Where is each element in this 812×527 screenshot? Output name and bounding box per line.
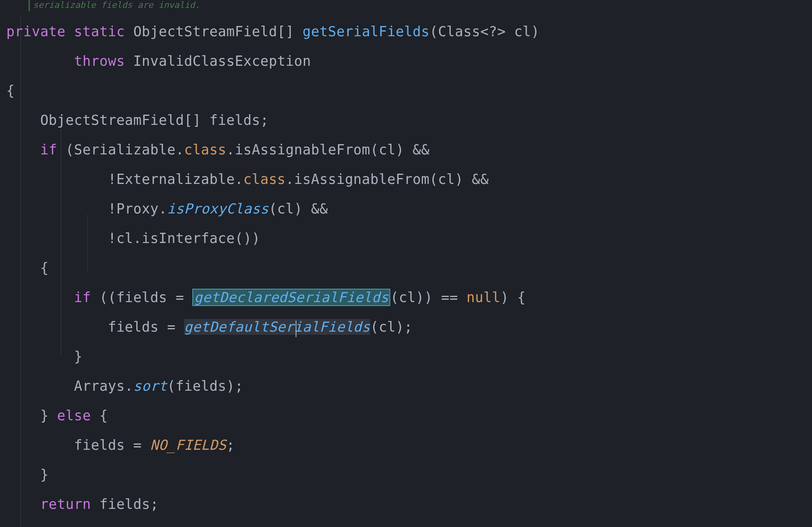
code-line[interactable]: }: [6, 341, 540, 371]
cursor-identifier[interactable]: getDefaultSerialFields: [184, 319, 370, 335]
code-line[interactable]: return fields;: [6, 489, 540, 519]
code-line[interactable]: !Externalizable.class.isAssignableFrom(c…: [6, 164, 540, 194]
code-line[interactable]: } else {: [6, 401, 540, 430]
code-block[interactable]: serializable fields are invalid. private…: [6, 0, 540, 519]
code-line[interactable]: private static ObjectStreamField[] getSe…: [6, 17, 540, 46]
code-editor[interactable]: serializable fields are invalid. private…: [0, 0, 812, 527]
code-line[interactable]: {: [6, 76, 540, 105]
code-line[interactable]: if ((fields = getDeclaredSerialFields(cl…: [6, 282, 540, 312]
javadoc-line: serializable fields are invalid.: [6, 0, 540, 11]
code-line[interactable]: !Proxy.isProxyClass(cl) &&: [6, 194, 540, 223]
code-line[interactable]: {: [6, 253, 540, 282]
code-line[interactable]: }: [6, 460, 540, 489]
code-line[interactable]: if (Serializable.class.isAssignableFrom(…: [6, 135, 540, 164]
code-line[interactable]: !cl.isInterface()): [6, 223, 540, 253]
code-line-current[interactable]: fields = getDefaultSerialFields(cl);: [6, 312, 540, 341]
code-line[interactable]: ObjectStreamField[] fields;: [6, 105, 540, 135]
selected-identifier[interactable]: getDeclaredSerialFields: [192, 289, 390, 306]
code-line[interactable]: throws InvalidClassException: [6, 46, 540, 76]
code-line[interactable]: fields = NO_FIELDS;: [6, 430, 540, 460]
code-line[interactable]: Arrays.sort(fields);: [6, 371, 540, 401]
